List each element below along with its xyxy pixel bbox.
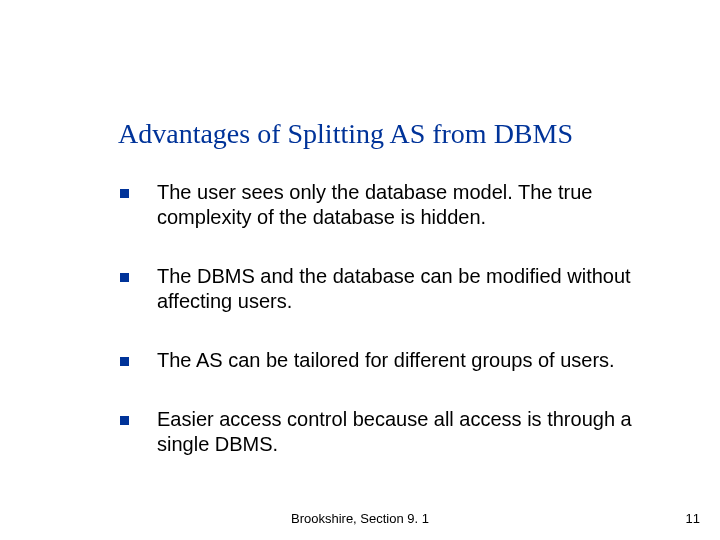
list-item-text: Easier access control because all access… <box>157 407 660 457</box>
slide: Advantages of Splitting AS from DBMS The… <box>0 0 720 540</box>
square-bullet-icon <box>120 357 129 366</box>
page-number: 11 <box>686 511 700 526</box>
slide-body: The user sees only the database model. T… <box>120 180 660 491</box>
list-item: The user sees only the database model. T… <box>120 180 660 230</box>
square-bullet-icon <box>120 189 129 198</box>
slide-title: Advantages of Splitting AS from DBMS <box>118 118 680 150</box>
list-item: The AS can be tailored for different gro… <box>120 348 660 373</box>
list-item-text: The user sees only the database model. T… <box>157 180 660 230</box>
slide-footer: Brookshire, Section 9. 1 <box>0 511 720 526</box>
list-item: The DBMS and the database can be modifie… <box>120 264 660 314</box>
list-item: Easier access control because all access… <box>120 407 660 457</box>
list-item-text: The AS can be tailored for different gro… <box>157 348 615 373</box>
list-item-text: The DBMS and the database can be modifie… <box>157 264 660 314</box>
square-bullet-icon <box>120 273 129 282</box>
square-bullet-icon <box>120 416 129 425</box>
